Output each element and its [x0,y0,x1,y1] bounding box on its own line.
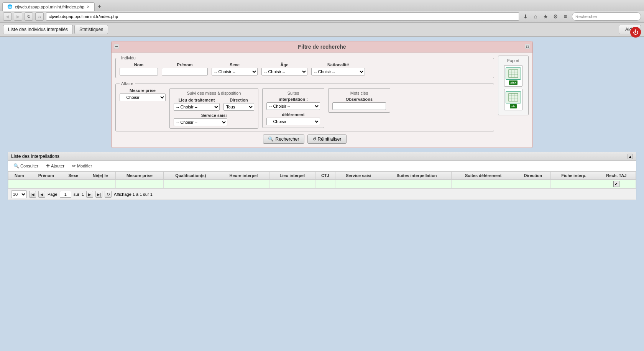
service-select[interactable]: -- Choisir -- [174,118,227,126]
tab-favicon: 🌐 [7,4,13,9]
browser-tab[interactable]: 🌐 ctjweb.dspap.ppol.minint.fr/index.php … [2,2,95,11]
refresh-page-btn[interactable]: ↻ [105,191,112,198]
affaire-legend: Affaire [120,81,135,86]
tab-interpellations[interactable]: Liste des individus interpellés [3,25,73,34]
tab-statistiques[interactable]: Statistiques [74,25,108,34]
affaire-fieldset: Affaire Mesure prise -- Choisir -- [115,81,494,131]
interpellation-group: interpellation : -- Choisir -- [266,97,320,110]
settings-icon[interactable]: ⚙ [551,12,560,21]
list-minimize-btn[interactable]: ▲ [628,154,633,159]
direction-select[interactable]: Tous [223,103,254,111]
list-title: Liste des Interpellations [11,154,59,159]
xlsx-icon-top-2 [506,91,521,103]
tab-title: ctjweb.dspap.ppol.minint.fr/index.php [15,5,84,9]
col-sexe: Sexe [62,172,85,180]
last-page-btn[interactable]: ▶| [95,191,102,198]
export-title: Export [501,58,525,63]
export-xlsx-1-icon[interactable]: xlsx [504,65,522,87]
affaire-inner: Mesure prise -- Choisir -- Suivi des mis… [120,88,490,129]
next-page-btn[interactable]: ▶ [86,191,93,198]
export-panel: Export [498,56,529,115]
modifier-icon: ✏ [72,163,76,169]
deferrement-label: déférement [266,112,320,117]
search-icon: 🔍 [268,136,274,142]
refresh-btn[interactable]: ↻ [25,12,33,21]
modifier-label: Modifier [77,164,92,168]
observations-input[interactable] [332,102,386,110]
xlsx-svg-1 [508,69,519,78]
col-lieu-interpel: Lieu interpel [269,172,315,180]
prenom-input[interactable] [162,68,208,75]
filter-box: ─ Filtre de recherche □ Individu Nom [111,41,533,148]
col-prenom: Prénom [30,172,62,180]
consulter-btn[interactable]: 🔍 Consulter [11,162,41,169]
nationalite-label: Nationalité [311,62,365,67]
home-btn[interactable]: ⌂ [35,12,44,21]
cell-nee-le [85,180,116,189]
modifier-btn[interactable]: ✏ Modifier [70,162,94,169]
deferrement-select[interactable]: -- Choisir -- [266,118,320,125]
col-mesure: Mesure prise [116,172,163,180]
browser-search-input[interactable] [572,12,641,21]
interpellations-table: Nom Prénom Sexe Né(e) le Mesure prise Qu… [8,171,636,189]
suivi-row: Lieu de traitement -- Choisir -- Directi… [174,98,254,111]
new-tab-btn[interactable]: + [95,2,104,11]
export-xlsx-2-icon[interactable]: xls [504,89,522,110]
menu-icon[interactable]: ≡ [561,12,570,21]
search-button[interactable]: 🔍 Rechercher [263,134,304,144]
table-row[interactable]: ✔ [8,180,636,189]
suivi-title: Suivi des mises à disposition [174,91,254,95]
sexe-group: Sexe -- Choisir -- [212,62,258,75]
url-input[interactable] [46,12,519,21]
mesure-label: Mesure prise [130,88,156,93]
cell-ctj [315,180,335,189]
ajouter-btn[interactable]: ✚ Ajouter [44,162,67,169]
browser-chrome: 🌐 ctjweb.dspap.ppol.minint.fr/index.php … [0,0,644,23]
rech-taj-checkbox[interactable]: ✔ [613,181,619,187]
ajouter-label: Ajouter [51,164,64,168]
cell-nom [8,180,30,189]
power-button[interactable]: ⏻ [630,27,641,38]
cell-rech-taj[interactable]: ✔ [597,180,636,189]
svg-rect-0 [509,70,518,77]
forward-btn[interactable]: ▶ [14,12,22,21]
suivi-box: Suivi des mises à disposition Lieu de tr… [169,88,258,129]
prenom-label: Prénom [162,62,208,67]
list-toolbar: 🔍 Consulter ✚ Ajouter ✏ Modifier [8,161,636,171]
cell-mesure [116,180,163,189]
nom-input[interactable] [120,68,158,75]
interpellation-label: interpellation : [266,97,320,102]
mesure-select[interactable]: -- Choisir -- [120,93,166,101]
sexe-select[interactable]: -- Choisir -- [212,68,258,75]
individu-row: Nom Prénom Sexe -- Choisir -- [120,62,490,75]
col-ctj: CTJ [315,172,335,180]
xlsx-icon-top [506,67,521,80]
page-size-select[interactable]: 30 10 20 50 100 [11,190,27,198]
nationalite-select[interactable]: -- Choisir -- [311,68,365,75]
tab-close-btn[interactable]: ✕ [87,5,90,9]
lieu-select[interactable]: -- Choisir -- [174,103,220,111]
top-nav: Liste des individus interpellés Statisti… [0,23,644,37]
cell-lieu-interpel [269,180,315,189]
first-page-btn[interactable]: |◀ [29,191,36,198]
col-nom: Nom [8,172,30,180]
export-xlsx-2[interactable]: xls [501,89,525,110]
download-icon[interactable]: ⬇ [521,12,530,21]
prev-page-btn[interactable]: ◀ [38,191,45,198]
home-icon[interactable]: ⌂ [531,12,540,21]
age-select[interactable]: -- Choisir -- [261,68,307,75]
export-xlsx-1[interactable]: xlsx [501,65,525,87]
direction-group: Direction Tous [223,98,254,111]
bookmark-icon[interactable]: ★ [541,12,550,21]
prenom-group: Prénom [162,62,208,75]
reset-button[interactable]: ↺ Réinitialiser [307,134,347,144]
filter-title: Filtre de recherche [112,41,532,52]
search-label: Rechercher [275,136,299,142]
page-input[interactable] [60,191,71,198]
interpellation-select[interactable]: -- Choisir -- [266,102,320,110]
filter-minimize-btn[interactable]: ─ [114,44,119,49]
cell-prenom [30,180,62,189]
back-btn[interactable]: ◀ [3,12,12,21]
filter-maximize-btn[interactable]: □ [525,44,530,49]
total-pages: 1 [82,192,84,197]
